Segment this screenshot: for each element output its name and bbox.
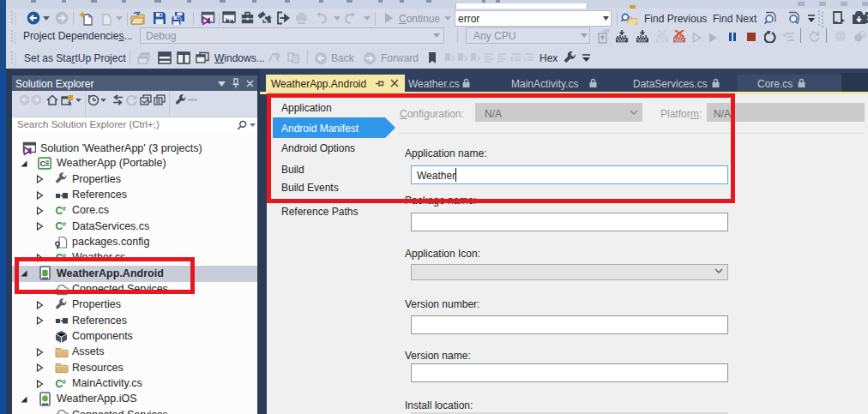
svg-text:#: # bbox=[63, 220, 67, 228]
svg-text:#: # bbox=[63, 204, 67, 212]
svg-text:C: C bbox=[40, 159, 46, 168]
svg-text:#: # bbox=[63, 377, 67, 385]
